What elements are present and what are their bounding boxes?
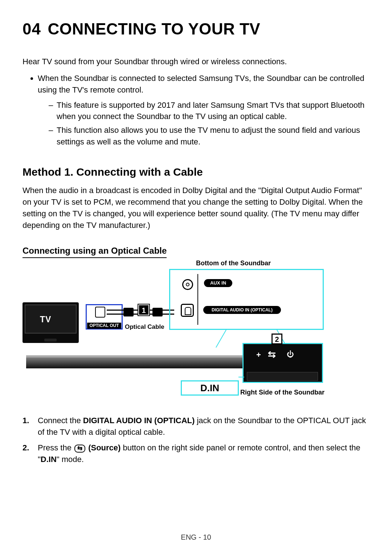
leader-line <box>238 377 244 377</box>
chapter-number: 04 <box>23 20 41 38</box>
soundbar-side-ledge <box>247 372 318 381</box>
intro-text: Hear TV sound from your Soundbar through… <box>23 56 369 68</box>
dash-item: This function also allows you to use the… <box>49 124 369 148</box>
tv-stand <box>44 339 57 342</box>
bullet-item: When the Soundbar is connected to select… <box>38 73 369 148</box>
dash-item: This feature is supported by 2017 and la… <box>49 99 369 123</box>
digital-audio-in-jack <box>181 304 194 317</box>
din-bold: D.IN <box>41 455 57 464</box>
method-title: Method 1. Connecting with a Cable <box>23 166 369 178</box>
source-bold: (Source) <box>86 443 121 452</box>
optical-out-port <box>95 307 105 318</box>
optical-cable-label: Optical Cable <box>125 323 164 331</box>
source-icon: ⇆ <box>74 445 85 453</box>
soundbar-bottom-inset <box>169 269 324 330</box>
step-marker-2: 2 <box>271 334 282 344</box>
optical-out-label: OPTICAL OUT <box>87 323 121 329</box>
subsection-title: Connecting using an Optical Cable <box>23 246 167 258</box>
cable-plug-left <box>123 308 134 316</box>
cable-plug-right <box>152 308 163 316</box>
method-body: When the audio in a broadcast is encoded… <box>23 185 369 231</box>
din-mode-flag: D.IN <box>181 380 239 396</box>
tv-label: TV <box>40 315 51 324</box>
digital-audio-in-label: DIGITAL AUDIO IN (OPTICAL) <box>203 306 281 314</box>
step-number: 1. <box>23 415 29 426</box>
aux-in-jack-inner <box>186 283 189 286</box>
volume-up-icon: + <box>256 350 261 360</box>
step-1: 1. Connect the DIGITAL AUDIO IN (OPTICAL… <box>23 415 369 438</box>
dash-list: This feature is supported by 2017 and la… <box>49 99 369 148</box>
bottom-of-soundbar-label: Bottom of the Soundbar <box>196 259 271 267</box>
source-button-icon: ⇆ <box>268 349 276 360</box>
step-marker-1: 1 <box>138 304 149 315</box>
page-footer: ENG - 10 <box>0 533 392 541</box>
step-2: 2. Press the ⇆ (Source) button on the ri… <box>23 442 369 465</box>
right-side-label: Right Side of the Soundbar <box>240 389 324 396</box>
connection-diagram: Bottom of the Soundbar TV OPTICAL OUT 1 … <box>23 266 369 400</box>
bullet-list: When the Soundbar is connected to select… <box>38 73 369 148</box>
power-button-icon: ⏻ <box>287 350 294 359</box>
inset-divider <box>197 274 198 325</box>
leader-line <box>216 330 226 347</box>
chapter-title: CONNECTING TO YOUR TV <box>48 20 260 38</box>
instruction-steps: 1. Connect the DIGITAL AUDIO IN (OPTICAL… <box>23 415 369 466</box>
step-number: 2. <box>23 442 29 454</box>
digital-audio-in-bold: DIGITAL AUDIO IN (OPTICAL) <box>83 416 195 425</box>
chapter-heading: 04 CONNECTING TO YOUR TV <box>23 20 369 38</box>
aux-in-label: AUX IN <box>204 279 232 287</box>
